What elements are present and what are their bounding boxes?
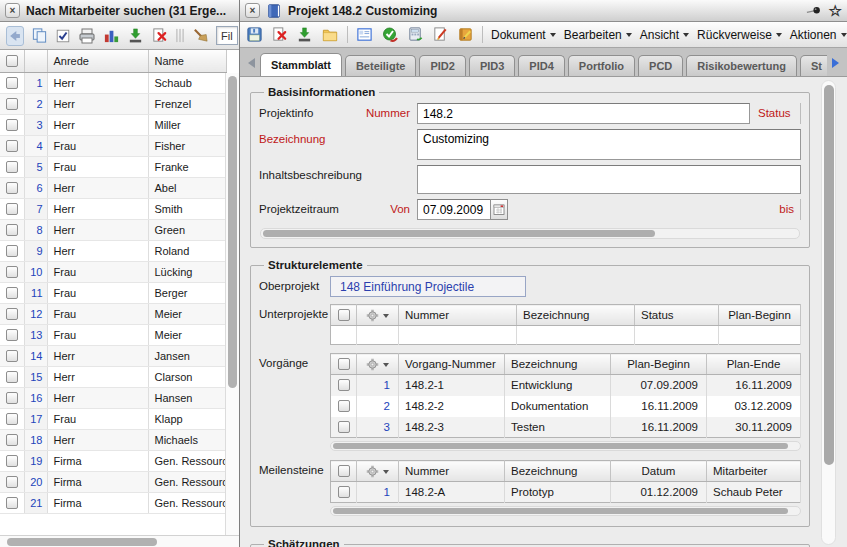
notebook-pencil-icon[interactable] — [457, 25, 474, 45]
row-checkbox[interactable] — [6, 455, 18, 467]
gear-icon[interactable] — [366, 358, 379, 371]
row-checkbox[interactable] — [6, 77, 18, 89]
close-icon[interactable]: × — [5, 3, 20, 18]
row-checkbox[interactable] — [338, 379, 350, 391]
delete-icon[interactable] — [271, 25, 288, 45]
tab-beteiligte[interactable]: Beteiligte — [345, 55, 417, 76]
tab-portfolio[interactable]: Portfolio — [568, 55, 635, 76]
pin-icon[interactable] — [805, 3, 823, 19]
menu-rueckverweise[interactable]: Rückverweise — [697, 28, 782, 42]
select-all-checkbox[interactable] — [338, 358, 350, 370]
row-checkbox[interactable] — [6, 119, 18, 131]
row-checkbox[interactable] — [6, 245, 18, 257]
row-checkbox[interactable] — [6, 371, 18, 383]
table-row[interactable]: 20 Firma Gen. Ressourc — [0, 471, 226, 492]
row-number-link[interactable]: 19 — [24, 450, 47, 471]
menu-dokument[interactable]: Dokument — [491, 28, 556, 42]
row-number-link[interactable]: 17 — [24, 408, 47, 429]
gear-icon[interactable] — [366, 465, 379, 478]
row-number-link[interactable]: 1 — [24, 72, 47, 93]
row-number-link[interactable]: 21 — [24, 492, 47, 513]
table-row[interactable]: 14 Herr Jansen — [0, 345, 226, 366]
column-header[interactable]: Datum — [611, 461, 707, 482]
row-checkbox[interactable] — [6, 140, 18, 152]
row-number-link[interactable]: 18 — [24, 429, 47, 450]
delete-icon[interactable] — [151, 26, 168, 46]
column-header[interactable]: Plan-Beginn — [611, 354, 707, 375]
scrollbar-thumb[interactable] — [263, 230, 655, 237]
menu-aktionen[interactable]: Aktionen — [790, 28, 847, 42]
clean-broom-icon[interactable] — [192, 26, 209, 46]
table-row[interactable]: 12 Frau Meier — [0, 303, 226, 324]
row-checkbox[interactable] — [6, 392, 18, 404]
row-checkbox[interactable] — [338, 486, 350, 498]
row-checkbox[interactable] — [6, 287, 18, 299]
select-checkbox-icon[interactable] — [55, 26, 71, 46]
row-number-link[interactable]: 12 — [24, 303, 47, 324]
table-row[interactable]: 2 148.2-2 Dokumentation 16.11.2009 03.12… — [331, 396, 801, 417]
row-number-link[interactable]: 2 — [24, 93, 47, 114]
bezeichnung-field[interactable]: Customizing — [417, 129, 801, 160]
close-icon[interactable]: × — [245, 3, 260, 18]
calendar-icon[interactable] — [490, 199, 508, 220]
row-checkbox[interactable] — [6, 224, 18, 236]
row-checkbox[interactable] — [338, 400, 350, 412]
tab-pid2[interactable]: PID2 — [419, 55, 465, 76]
row-number-link[interactable]: 11 — [24, 282, 47, 303]
scrollbar-thumb[interactable] — [7, 538, 157, 546]
table-row[interactable]: 16 Herr Hansen — [0, 387, 226, 408]
row-number-link[interactable]: 2 — [357, 396, 399, 417]
table-row[interactable]: 3 148.2-3 Testen 16.11.2009 30.11.2009 — [331, 417, 801, 438]
row-number-link[interactable]: 14 — [24, 345, 47, 366]
table-row[interactable]: 21 Firma Gen. Ressourc — [0, 492, 226, 513]
row-number-link[interactable]: 9 — [24, 240, 47, 261]
table-row[interactable]: 9 Herr Roland — [0, 240, 226, 261]
row-checkbox[interactable] — [6, 161, 18, 173]
row-number-link[interactable]: 3 — [357, 417, 399, 438]
select-all-checkbox[interactable] — [6, 55, 18, 67]
row-checkbox[interactable] — [6, 266, 18, 278]
table-row[interactable]: 2 Herr Frenzel — [0, 93, 226, 114]
column-header[interactable]: Bezeichnung — [505, 461, 611, 482]
row-number-link[interactable]: 5 — [24, 156, 47, 177]
scrollbar-thumb[interactable] — [333, 443, 788, 449]
menu-bearbeiten[interactable]: Bearbeiten — [564, 28, 632, 42]
table-row[interactable]: 17 Frau Klapp — [0, 408, 226, 429]
chevron-down-icon[interactable] — [383, 363, 389, 370]
table-row[interactable]: 1 148.2-A Prototyp 01.12.2009 Schaub Pet… — [331, 482, 801, 503]
tab-pid4[interactable]: PID4 — [518, 55, 564, 76]
back-icon[interactable] — [6, 26, 24, 46]
left-horizontal-scrollbar[interactable] — [0, 535, 239, 547]
record-card-icon[interactable] — [356, 25, 373, 45]
column-header-name[interactable]: Name — [148, 50, 226, 72]
table-row[interactable]: 13 Frau Meier — [0, 324, 226, 345]
gear-icon[interactable] — [366, 309, 379, 322]
column-header-anrede[interactable]: Anrede — [47, 50, 148, 72]
oberprojekt-link[interactable]: 148 Einführung Projectile — [330, 276, 526, 297]
row-checkbox[interactable] — [6, 434, 18, 446]
tab-pid3[interactable]: PID3 — [469, 55, 515, 76]
menu-ansicht[interactable]: Ansicht — [640, 28, 689, 42]
table-row[interactable]: 7 Herr Smith — [0, 198, 226, 219]
tab-scroll-left-icon[interactable] — [243, 52, 260, 74]
row-number-link[interactable]: 13 — [24, 324, 47, 345]
table-row[interactable]: 1 148.2-1 Entwicklung 07.09.2009 16.11.2… — [331, 375, 801, 396]
select-all-checkbox[interactable] — [338, 465, 350, 477]
column-header[interactable]: Bezeichnung — [505, 354, 611, 375]
scrollbar-thumb[interactable] — [228, 76, 237, 388]
chart-icon[interactable] — [103, 26, 120, 46]
row-number-link[interactable]: 1 — [357, 375, 399, 396]
table-row[interactable]: 3 Herr Miller — [0, 114, 226, 135]
calculator-icon[interactable] — [407, 25, 424, 45]
edit-page-icon[interactable] — [432, 25, 449, 45]
table-row[interactable]: 8 Herr Green — [0, 219, 226, 240]
content-vertical-scrollbar[interactable] — [821, 80, 836, 545]
meilensteine-horizontal-scrollbar[interactable] — [330, 506, 801, 516]
row-number-link[interactable]: 20 — [24, 471, 47, 492]
row-checkbox[interactable] — [6, 308, 18, 320]
row-checkbox[interactable] — [6, 203, 18, 215]
column-header[interactable]: Plan-Beginn — [719, 305, 801, 326]
copy-icon[interactable] — [31, 26, 48, 46]
tab-scroll-right-icon[interactable] — [827, 52, 844, 74]
print-icon[interactable] — [78, 26, 96, 46]
